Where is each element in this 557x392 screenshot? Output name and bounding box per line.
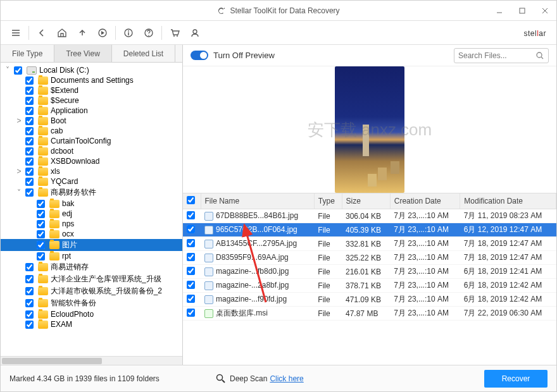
tree-row[interactable]: Application	[1, 106, 182, 116]
chevron-right-icon[interactable]: >	[15, 116, 23, 125]
help-button[interactable]	[140, 24, 158, 42]
tree-checkbox[interactable]	[25, 117, 34, 125]
tree-row[interactable]: EXAM	[1, 319, 182, 329]
tree-row[interactable]: >xls	[1, 166, 182, 176]
tree-checkbox[interactable]	[25, 147, 34, 156]
column-header[interactable]: Creation Date	[390, 193, 460, 209]
tree-checkbox[interactable]	[37, 210, 45, 218]
tree-row[interactable]: $Secure	[1, 95, 182, 106]
select-all-checkbox[interactable]	[187, 196, 195, 204]
tree-checkbox[interactable]	[25, 263, 34, 271]
tree-checkbox[interactable]	[37, 241, 45, 249]
tree-checkbox[interactable]	[25, 321, 34, 329]
row-checkbox[interactable]	[187, 295, 195, 303]
tree-row[interactable]: YQCard	[1, 176, 182, 187]
row-checkbox[interactable]	[187, 225, 195, 233]
column-header[interactable]: File Name	[201, 193, 314, 209]
row-checkbox[interactable]	[187, 253, 195, 261]
tree-row[interactable]: EcloudPhoto	[1, 309, 182, 319]
tree-checkbox[interactable]	[25, 107, 34, 115]
chevron-right-icon[interactable]: >	[15, 167, 23, 176]
table-row[interactable]: D83595F9...69AA.jpgFile325.22 KB7月 23,..…	[183, 251, 556, 265]
tree-row[interactable]: nps	[1, 219, 182, 229]
user-button[interactable]	[186, 24, 204, 42]
tree-checkbox[interactable]	[25, 157, 34, 166]
column-header[interactable]: Modification Date	[460, 193, 556, 209]
chevron-down-icon[interactable]: ˅	[3, 66, 12, 75]
tree-checkbox[interactable]	[25, 87, 34, 95]
tree-checkbox[interactable]	[25, 137, 34, 145]
tree-row[interactable]: Documents and Settings	[1, 75, 182, 85]
tree-checkbox[interactable]	[25, 188, 34, 197]
tree-row[interactable]: 智能软件备份	[1, 297, 182, 309]
maximize-button[interactable]	[511, 1, 534, 20]
tree-checkbox[interactable]	[25, 168, 34, 176]
tree-row[interactable]: dcboot	[1, 146, 182, 156]
info-button[interactable]	[120, 24, 137, 42]
minimize-button[interactable]	[488, 1, 511, 20]
tab-deleted-list[interactable]: Deleted List	[112, 45, 175, 62]
deep-scan-link[interactable]: Click here	[270, 374, 303, 383]
recover-button[interactable]: Recover	[484, 370, 548, 388]
play-button[interactable]	[94, 24, 111, 42]
column-header[interactable]: Type	[314, 193, 342, 209]
table-row[interactable]: AB13455CF...2795A.jpgFile332.81 KB7月 23,…	[183, 237, 556, 251]
tree-checkbox[interactable]	[25, 310, 34, 319]
tab-tree-view[interactable]: Tree View	[54, 45, 111, 62]
chevron-down-icon[interactable]: ˅	[15, 188, 23, 197]
search-box[interactable]	[454, 48, 549, 63]
row-checkbox[interactable]	[187, 267, 195, 275]
tree-row[interactable]: 大洋企业生产仓库管理系统_升级	[1, 273, 182, 285]
tree-checkbox[interactable]	[37, 252, 45, 260]
tree-checkbox[interactable]	[25, 299, 34, 307]
tree-row[interactable]: cab	[1, 126, 182, 136]
table-row[interactable]: 67DB88BE5...84B61.jpgFile306.04 KB7月 23,…	[183, 209, 556, 223]
tree-checkbox[interactable]	[25, 287, 34, 295]
home-button[interactable]	[53, 24, 71, 42]
back-button[interactable]	[33, 24, 51, 42]
table-row[interactable]: magazine-...2a8bf.jpgFile378.71 KB7月 23,…	[183, 279, 556, 293]
tree-row[interactable]: edj	[1, 209, 182, 219]
row-checkbox[interactable]	[187, 239, 195, 247]
table-row[interactable]: magazine-...fb8d0.jpgFile216.01 KB7月 23,…	[183, 265, 556, 279]
up-arrow-button[interactable]	[73, 24, 91, 42]
file-list[interactable]: File NameTypeSizeCreation DateModificati…	[183, 193, 556, 365]
close-button[interactable]	[534, 1, 556, 20]
tree-h-scrollbar[interactable]	[1, 356, 182, 365]
tree-row[interactable]: rpt	[1, 251, 182, 261]
table-row[interactable]: 桌面数据库.msiFile47.87 MB7月 23,...:10 AM7月 2…	[183, 307, 556, 321]
tree-checkbox[interactable]	[25, 178, 34, 186]
tree-checkbox[interactable]	[37, 230, 45, 238]
preview-toggle[interactable]	[191, 51, 208, 60]
row-checkbox[interactable]	[187, 309, 195, 317]
tree-checkbox[interactable]	[25, 97, 34, 105]
tree-row[interactable]: >Boot	[1, 116, 182, 126]
tree-row[interactable]: ˅商易财务软件	[1, 187, 182, 199]
tree-checkbox[interactable]	[25, 127, 34, 135]
folder-tree[interactable]: ˅Local Disk (C:)Documents and Settings$E…	[1, 63, 182, 356]
tree-row[interactable]: 商易进销存	[1, 261, 182, 273]
tree-checkbox[interactable]	[14, 66, 22, 75]
tree-row[interactable]: XSBDownload	[1, 156, 182, 166]
tree-checkbox[interactable]	[25, 275, 34, 283]
search-input[interactable]	[458, 51, 533, 60]
table-row[interactable]: 965C57C2B...0F064.jpgFile405.39 KB7月 23,…	[183, 223, 556, 237]
row-checkbox[interactable]	[187, 211, 195, 219]
tree-row[interactable]: ocx	[1, 229, 182, 239]
column-header[interactable]: Size	[342, 193, 390, 209]
menu-button[interactable]	[7, 24, 25, 42]
row-checkbox[interactable]	[187, 281, 195, 289]
table-row[interactable]: magazine-...f90fd.jpgFile471.09 KB7月 23,…	[183, 293, 556, 307]
tree-row[interactable]: 大洋超市收银系统_升级前备份_2	[1, 285, 182, 297]
tree-row[interactable]: $Extend	[1, 85, 182, 95]
tree-row[interactable]: 图片	[1, 239, 182, 251]
tree-checkbox[interactable]	[25, 77, 34, 85]
tree-row[interactable]: CurtainToolConfig	[1, 136, 182, 146]
cart-button[interactable]	[166, 24, 184, 42]
tree-checkbox[interactable]	[37, 200, 45, 208]
search-icon[interactable]	[535, 51, 544, 60]
tree-row[interactable]: ˅Local Disk (C:)	[1, 65, 182, 75]
tree-row[interactable]: bak	[1, 199, 182, 209]
tree-checkbox[interactable]	[37, 220, 45, 228]
tab-file-type[interactable]: File Type	[1, 45, 54, 62]
